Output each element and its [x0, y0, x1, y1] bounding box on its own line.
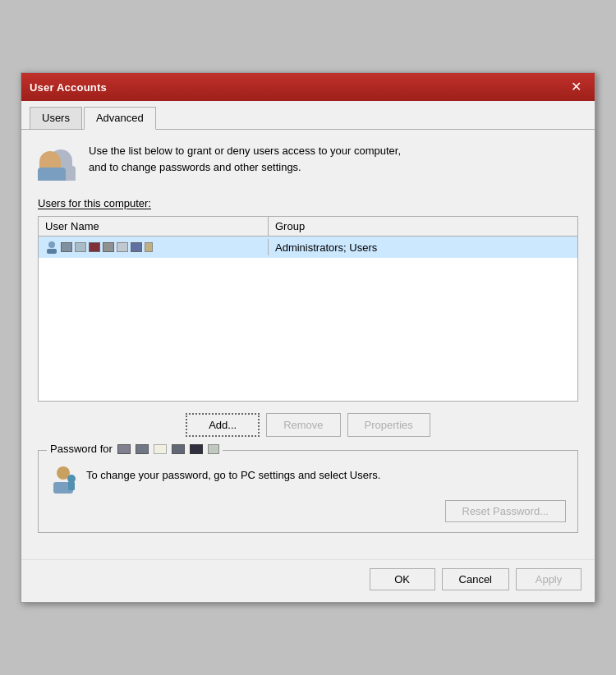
tab-users[interactable]: Users [30, 107, 82, 130]
password-user-icon [50, 466, 76, 492]
color-block-1 [61, 242, 72, 252]
table-row[interactable]: Administrators; Users [39, 236, 577, 258]
password-text: To change your password, go to PC settin… [86, 466, 380, 484]
cancel-button[interactable]: Cancel [442, 568, 509, 590]
content-area: Use the list below to grant or deny user… [21, 130, 595, 559]
color-block-7 [145, 242, 153, 252]
bottom-buttons: OK Cancel Apply [21, 559, 595, 602]
ok-button[interactable]: OK [370, 568, 435, 590]
password-content: To change your password, go to PC settin… [50, 466, 566, 492]
color-block-4 [103, 242, 114, 252]
apply-button[interactable]: Apply [516, 568, 582, 590]
table-body: Administrators; Users [39, 236, 577, 401]
figure-front-body [38, 168, 66, 181]
user-row-icon [45, 241, 58, 254]
pass-color-5 [190, 444, 203, 454]
tab-bar: Users Advanced [21, 101, 595, 130]
pass-color-1 [117, 444, 131, 454]
tab-advanced[interactable]: Advanced [84, 107, 156, 130]
reset-btn-row: Reset Password... [50, 500, 566, 522]
row-username [39, 239, 269, 255]
users-table: User Name Group [38, 216, 578, 402]
user-action-buttons: Add... Remove Properties [38, 413, 578, 437]
svg-point-0 [48, 241, 55, 248]
users-icon [38, 143, 77, 182]
pass-color-2 [136, 444, 149, 454]
color-block-3 [89, 242, 100, 252]
pass-color-3 [154, 444, 167, 454]
title-bar: User Accounts ✕ [21, 73, 595, 101]
window-title: User Accounts [30, 81, 107, 94]
info-section: Use the list below to grant or deny user… [38, 143, 578, 182]
col-header-username: User Name [39, 217, 269, 236]
properties-button[interactable]: Properties [347, 413, 430, 437]
password-legend: Password for [47, 443, 223, 455]
password-section: Password for To change your pass [38, 450, 578, 533]
add-button[interactable]: Add... [186, 413, 260, 437]
svg-point-4 [67, 475, 76, 483]
table-header: User Name Group [39, 217, 577, 236]
row-group: Administrators; Users [269, 240, 577, 255]
users-section-label: Users for this computer: [38, 197, 578, 209]
pass-color-4 [172, 444, 185, 454]
info-text: Use the list below to grant or deny user… [89, 143, 401, 175]
pass-color-6 [208, 444, 219, 454]
color-block-2 [75, 242, 86, 252]
color-block-5 [117, 242, 128, 252]
svg-rect-1 [47, 249, 57, 254]
color-block-6 [131, 242, 142, 252]
close-button[interactable]: ✕ [566, 79, 586, 95]
password-user-svg [50, 466, 80, 495]
col-header-group: Group [269, 217, 577, 236]
svg-rect-5 [68, 482, 75, 490]
remove-button[interactable]: Remove [266, 413, 340, 437]
reset-password-button[interactable]: Reset Password... [445, 500, 567, 522]
user-accounts-window: User Accounts ✕ Users Advanced Use the l… [21, 72, 595, 603]
